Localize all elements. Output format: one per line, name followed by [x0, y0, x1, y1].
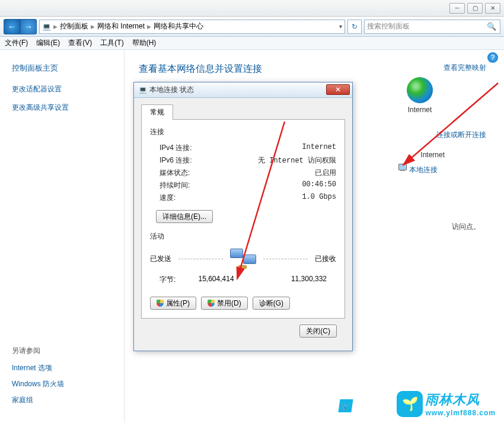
nav-back-button[interactable]: ←	[4, 19, 20, 34]
shield-icon	[208, 300, 215, 307]
see-also-internet-options[interactable]: Internet 选项	[12, 363, 64, 373]
received-label: 已接收	[315, 254, 336, 264]
connection-section-title: 连接	[150, 127, 336, 137]
adapter-icon	[398, 164, 408, 172]
speed-row: 速度: 1.0 Gbps	[150, 192, 336, 204]
close-window-button[interactable]: ✕	[485, 3, 500, 14]
watermark-brand: 雨林木风	[425, 391, 496, 409]
bytes-label: 字节:	[160, 275, 176, 285]
ipv6-label: IPv6 连接:	[160, 155, 192, 166]
maximize-button[interactable]: ▢	[467, 3, 483, 14]
internet-column: Internet	[384, 77, 455, 114]
bytes-row: 字节: 15,604,414 11,300,332	[150, 272, 336, 287]
bytes-sent: 15,604,414	[199, 275, 234, 285]
media-row: 媒体状态: 已启用	[150, 167, 336, 179]
see-also-homegroup[interactable]: 家庭组	[12, 395, 64, 405]
activity-row: 已发送 已接收	[150, 249, 336, 269]
media-label: 媒体状态:	[160, 168, 190, 178]
menu-file[interactable]: 文件(F)	[5, 38, 28, 48]
ipv4-value: Internet	[302, 143, 336, 153]
dialog-close-button[interactable]: ✕	[326, 84, 350, 95]
nav-bar: ← → 💻 ▶ 控制面板 ▶ 网络和 Internet ▶ 网络和共享中心 ▾ …	[0, 17, 504, 37]
sidebar-home-link[interactable]: 控制面板主页	[12, 63, 112, 74]
tab-general[interactable]: 常规	[141, 104, 173, 120]
menu-bar: 文件(F) 编辑(E) 查看(V) 工具(T) 帮助(H)	[0, 37, 504, 50]
speed-value: 1.0 Gbps	[302, 193, 336, 203]
activity-section-title: 活动	[150, 231, 336, 241]
ipv6-row: IPv6 连接: 无 Internet 访问权限	[150, 154, 336, 167]
duration-row: 持续时间: 00:46:50	[150, 179, 336, 192]
nav-forward-button[interactable]: →	[20, 19, 37, 34]
dialog-close-bottom-button[interactable]: 关闭(C)	[299, 325, 337, 338]
search-input[interactable]: 搜索控制面板 🔍	[364, 20, 500, 34]
internet-label: Internet	[384, 106, 455, 114]
dialog-title: 本地连接 状态	[149, 85, 194, 95]
page-title: 查看基本网络信息并设置连接	[139, 63, 490, 75]
duration-value: 00:46:50	[302, 180, 336, 190]
access-point-text: 访问点。	[452, 222, 480, 232]
window-titlebar: ─ ▢ ✕	[0, 0, 504, 17]
sidebar: 控制面板主页 更改适配器设置 更改高级共享设置 另请参阅 Internet 选项…	[0, 50, 125, 423]
bytes-received: 11,300,332	[291, 275, 327, 285]
breadcrumb-network-internet[interactable]: 网络和 Internet	[97, 21, 145, 31]
connect-disconnect-link[interactable]: 连接或断开连接	[436, 130, 486, 140]
chevron-right-icon: ▶	[147, 24, 151, 30]
speed-label: 速度:	[160, 193, 176, 203]
shield-icon	[157, 300, 164, 307]
refresh-button[interactable]: ↻	[347, 20, 362, 34]
menu-help[interactable]: 帮助(H)	[132, 38, 157, 48]
activity-icon	[230, 249, 256, 269]
chevron-right-icon: ▶	[91, 24, 95, 30]
sidebar-sharing-settings[interactable]: 更改高级共享设置	[12, 103, 112, 113]
sent-label: 已发送	[150, 254, 171, 264]
watermark: 雨林木风 www.ylmf888.com	[397, 391, 496, 417]
details-button[interactable]: 详细信息(E)...	[156, 210, 213, 223]
internet-text: Internet	[420, 151, 445, 159]
dropdown-icon[interactable]: ▾	[339, 23, 342, 30]
breadcrumb-sharing-center[interactable]: 网络和共享中心	[154, 21, 203, 31]
dialog-title-icon: 💻	[139, 86, 147, 94]
dialog-titlebar[interactable]: 💻 本地连接 状态 ✕	[134, 82, 352, 98]
minimize-button[interactable]: ─	[449, 3, 465, 14]
ipv4-label: IPv4 连接:	[160, 143, 192, 153]
menu-view[interactable]: 查看(V)	[68, 38, 92, 48]
disable-button[interactable]: 禁用(D)	[201, 297, 248, 310]
diagnose-button[interactable]: 诊断(G)	[253, 297, 290, 310]
full-map-link[interactable]: 查看完整映射	[444, 63, 486, 73]
sidebar-see-also: 另请参阅 Internet 选项 Windows 防火墙 家庭组	[12, 346, 64, 411]
breadcrumb-control-panel[interactable]: 控制面板	[60, 21, 88, 31]
watermark-logo-icon	[397, 391, 423, 417]
see-also-title: 另请参阅	[12, 346, 64, 356]
chevron-right-icon: ▶	[53, 24, 58, 30]
sidebar-adapter-settings[interactable]: 更改适配器设置	[12, 84, 112, 94]
search-placeholder: 搜索控制面板	[367, 21, 410, 31]
connection-status-dialog: 💻 本地连接 状态 ✕ 常规 连接 IPv4 连接: Internet IPv6…	[133, 82, 353, 351]
address-bar[interactable]: 💻 ▶ 控制面板 ▶ 网络和 Internet ▶ 网络和共享中心 ▾	[39, 20, 345, 34]
media-value: 已启用	[315, 168, 336, 178]
local-connection-link[interactable]: 本地连接	[409, 165, 438, 175]
menu-edit[interactable]: 编辑(E)	[36, 38, 60, 48]
duration-label: 持续时间:	[160, 180, 190, 190]
search-icon[interactable]: 🔍	[487, 22, 496, 31]
ipv4-row: IPv4 连接: Internet	[150, 142, 336, 154]
watermark-bird-icon: 🐦	[338, 399, 353, 412]
watermark-url: www.ylmf888.com	[425, 409, 496, 417]
tab-panel: 连接 IPv4 连接: Internet IPv6 连接: 无 Internet…	[141, 119, 345, 319]
computer-icon: 💻	[42, 23, 51, 31]
menu-tools[interactable]: 工具(T)	[100, 38, 123, 48]
ipv6-value: 无 Internet 访问权限	[258, 155, 336, 166]
globe-icon	[407, 77, 433, 103]
properties-button[interactable]: 属性(P)	[150, 297, 196, 310]
see-also-firewall[interactable]: Windows 防火墙	[12, 379, 64, 389]
